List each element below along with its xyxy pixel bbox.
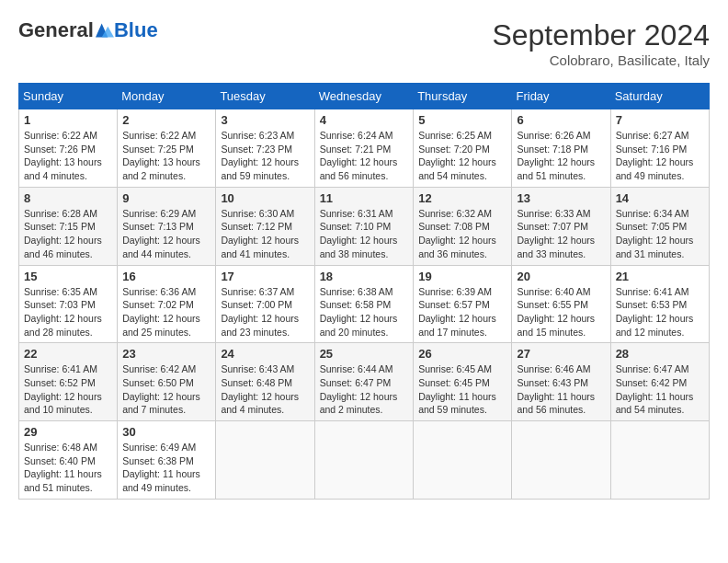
day-number: 13 xyxy=(517,191,605,205)
calendar-cell: 24 Sunrise: 6:43 AM Sunset: 6:48 PM Dayl… xyxy=(216,343,314,421)
title-block: September 2024 Colobraro, Basilicate, It… xyxy=(492,18,710,68)
day-number: 16 xyxy=(122,270,210,283)
calendar-cell: 26 Sunrise: 6:45 AM Sunset: 6:45 PM Dayl… xyxy=(414,343,512,421)
calendar-cell: 10 Sunrise: 6:30 AM Sunset: 7:12 PM Dayl… xyxy=(216,187,314,265)
calendar-cell: 17 Sunrise: 6:37 AM Sunset: 7:00 PM Dayl… xyxy=(216,265,314,343)
calendar-week-5: 29 Sunrise: 6:48 AM Sunset: 6:40 PM Dayl… xyxy=(19,421,710,500)
calendar-cell: 30 Sunrise: 6:49 AM Sunset: 6:38 PM Dayl… xyxy=(118,421,216,500)
day-number: 6 xyxy=(517,113,605,127)
day-number: 15 xyxy=(24,270,112,283)
day-detail: Sunrise: 6:27 AM Sunset: 7:16 PM Dayligh… xyxy=(616,129,704,183)
day-detail: Sunrise: 6:43 AM Sunset: 6:48 PM Dayligh… xyxy=(221,362,309,417)
logo-icon xyxy=(96,21,114,40)
day-number: 25 xyxy=(320,347,409,361)
day-detail: Sunrise: 6:39 AM Sunset: 6:57 PM Dayligh… xyxy=(418,285,506,339)
page-header: General Blue September 2024 Colobraro, B… xyxy=(18,18,710,68)
day-detail: Sunrise: 6:34 AM Sunset: 7:05 PM Dayligh… xyxy=(616,207,704,261)
logo-general: General xyxy=(18,18,94,42)
weekday-header-monday: Monday xyxy=(118,84,216,109)
day-number: 27 xyxy=(517,347,605,361)
day-detail: Sunrise: 6:30 AM Sunset: 7:12 PM Dayligh… xyxy=(221,207,309,261)
day-number: 20 xyxy=(517,270,605,283)
day-detail: Sunrise: 6:45 AM Sunset: 6:45 PM Dayligh… xyxy=(418,362,506,417)
day-detail: Sunrise: 6:28 AM Sunset: 7:15 PM Dayligh… xyxy=(24,207,112,261)
calendar-cell: 21 Sunrise: 6:41 AM Sunset: 6:53 PM Dayl… xyxy=(610,265,709,343)
day-detail: Sunrise: 6:49 AM Sunset: 6:38 PM Dayligh… xyxy=(122,441,210,495)
day-number: 3 xyxy=(221,113,309,127)
calendar-cell: 15 Sunrise: 6:35 AM Sunset: 7:03 PM Dayl… xyxy=(19,265,118,343)
day-detail: Sunrise: 6:22 AM Sunset: 7:25 PM Dayligh… xyxy=(122,129,210,183)
weekday-header-thursday: Thursday xyxy=(414,84,512,109)
day-number: 17 xyxy=(221,270,309,283)
day-number: 11 xyxy=(320,191,409,205)
day-number: 18 xyxy=(320,270,409,283)
day-detail: Sunrise: 6:44 AM Sunset: 6:47 PM Dayligh… xyxy=(320,362,409,417)
calendar-cell xyxy=(512,421,610,500)
day-number: 14 xyxy=(616,191,704,205)
day-detail: Sunrise: 6:25 AM Sunset: 7:20 PM Dayligh… xyxy=(418,129,506,183)
day-detail: Sunrise: 6:37 AM Sunset: 7:00 PM Dayligh… xyxy=(221,285,309,339)
day-detail: Sunrise: 6:36 AM Sunset: 7:02 PM Dayligh… xyxy=(122,285,210,339)
calendar-cell: 5 Sunrise: 6:25 AM Sunset: 7:20 PM Dayli… xyxy=(414,109,512,188)
day-number: 21 xyxy=(616,270,704,283)
weekday-header-friday: Friday xyxy=(512,84,610,109)
day-detail: Sunrise: 6:40 AM Sunset: 6:55 PM Dayligh… xyxy=(517,285,605,339)
day-number: 9 xyxy=(122,191,210,205)
day-number: 12 xyxy=(418,191,506,205)
calendar-cell: 11 Sunrise: 6:31 AM Sunset: 7:10 PM Dayl… xyxy=(314,187,414,265)
weekday-header-tuesday: Tuesday xyxy=(216,84,314,109)
calendar-cell: 13 Sunrise: 6:33 AM Sunset: 7:07 PM Dayl… xyxy=(512,187,610,265)
day-detail: Sunrise: 6:23 AM Sunset: 7:23 PM Dayligh… xyxy=(221,129,309,183)
calendar-cell: 2 Sunrise: 6:22 AM Sunset: 7:25 PM Dayli… xyxy=(118,109,216,188)
calendar-cell: 25 Sunrise: 6:44 AM Sunset: 6:47 PM Dayl… xyxy=(314,343,414,421)
calendar-cell: 28 Sunrise: 6:47 AM Sunset: 6:42 PM Dayl… xyxy=(610,343,709,421)
calendar-cell xyxy=(314,421,414,500)
day-number: 22 xyxy=(24,347,112,361)
calendar-cell: 9 Sunrise: 6:29 AM Sunset: 7:13 PM Dayli… xyxy=(118,187,216,265)
calendar-cell: 20 Sunrise: 6:40 AM Sunset: 6:55 PM Dayl… xyxy=(512,265,610,343)
calendar-cell: 27 Sunrise: 6:46 AM Sunset: 6:43 PM Dayl… xyxy=(512,343,610,421)
day-detail: Sunrise: 6:32 AM Sunset: 7:08 PM Dayligh… xyxy=(418,207,506,261)
calendar-cell: 12 Sunrise: 6:32 AM Sunset: 7:08 PM Dayl… xyxy=(414,187,512,265)
calendar-cell: 16 Sunrise: 6:36 AM Sunset: 7:02 PM Dayl… xyxy=(118,265,216,343)
calendar-cell: 29 Sunrise: 6:48 AM Sunset: 6:40 PM Dayl… xyxy=(19,421,118,500)
day-detail: Sunrise: 6:41 AM Sunset: 6:53 PM Dayligh… xyxy=(616,285,704,339)
weekday-header-saturday: Saturday xyxy=(610,84,709,109)
calendar-week-4: 22 Sunrise: 6:41 AM Sunset: 6:52 PM Dayl… xyxy=(19,343,710,421)
day-number: 29 xyxy=(24,425,112,439)
calendar-cell: 3 Sunrise: 6:23 AM Sunset: 7:23 PM Dayli… xyxy=(216,109,314,188)
month-title: September 2024 xyxy=(492,18,710,52)
day-number: 5 xyxy=(418,113,506,127)
day-detail: Sunrise: 6:47 AM Sunset: 6:42 PM Dayligh… xyxy=(616,362,704,417)
day-number: 10 xyxy=(221,191,309,205)
day-detail: Sunrise: 6:29 AM Sunset: 7:13 PM Dayligh… xyxy=(122,207,210,261)
location: Colobraro, Basilicate, Italy xyxy=(492,52,710,68)
calendar-week-2: 8 Sunrise: 6:28 AM Sunset: 7:15 PM Dayli… xyxy=(19,187,710,265)
calendar-cell: 23 Sunrise: 6:42 AM Sunset: 6:50 PM Dayl… xyxy=(118,343,216,421)
day-detail: Sunrise: 6:26 AM Sunset: 7:18 PM Dayligh… xyxy=(517,129,605,183)
day-number: 7 xyxy=(616,113,704,127)
calendar-cell: 18 Sunrise: 6:38 AM Sunset: 6:58 PM Dayl… xyxy=(314,265,414,343)
day-number: 4 xyxy=(320,113,409,127)
weekday-header-row: SundayMondayTuesdayWednesdayThursdayFrid… xyxy=(19,84,710,109)
day-number: 28 xyxy=(616,347,704,361)
calendar-cell xyxy=(414,421,512,500)
day-detail: Sunrise: 6:48 AM Sunset: 6:40 PM Dayligh… xyxy=(24,441,112,495)
day-detail: Sunrise: 6:38 AM Sunset: 6:58 PM Dayligh… xyxy=(320,285,409,339)
day-number: 8 xyxy=(24,191,112,205)
day-number: 30 xyxy=(122,425,210,439)
day-detail: Sunrise: 6:41 AM Sunset: 6:52 PM Dayligh… xyxy=(24,362,112,417)
calendar-cell xyxy=(610,421,709,500)
calendar-week-1: 1 Sunrise: 6:22 AM Sunset: 7:26 PM Dayli… xyxy=(19,109,710,188)
day-detail: Sunrise: 6:24 AM Sunset: 7:21 PM Dayligh… xyxy=(320,129,409,183)
day-number: 1 xyxy=(24,113,112,127)
day-number: 19 xyxy=(418,270,506,283)
weekday-header-wednesday: Wednesday xyxy=(314,84,414,109)
logo-blue: Blue xyxy=(114,18,158,42)
day-detail: Sunrise: 6:46 AM Sunset: 6:43 PM Dayligh… xyxy=(517,362,605,417)
weekday-header-sunday: Sunday xyxy=(19,84,118,109)
day-detail: Sunrise: 6:22 AM Sunset: 7:26 PM Dayligh… xyxy=(24,129,112,183)
day-detail: Sunrise: 6:42 AM Sunset: 6:50 PM Dayligh… xyxy=(122,362,210,417)
day-number: 26 xyxy=(418,347,506,361)
day-detail: Sunrise: 6:33 AM Sunset: 7:07 PM Dayligh… xyxy=(517,207,605,261)
